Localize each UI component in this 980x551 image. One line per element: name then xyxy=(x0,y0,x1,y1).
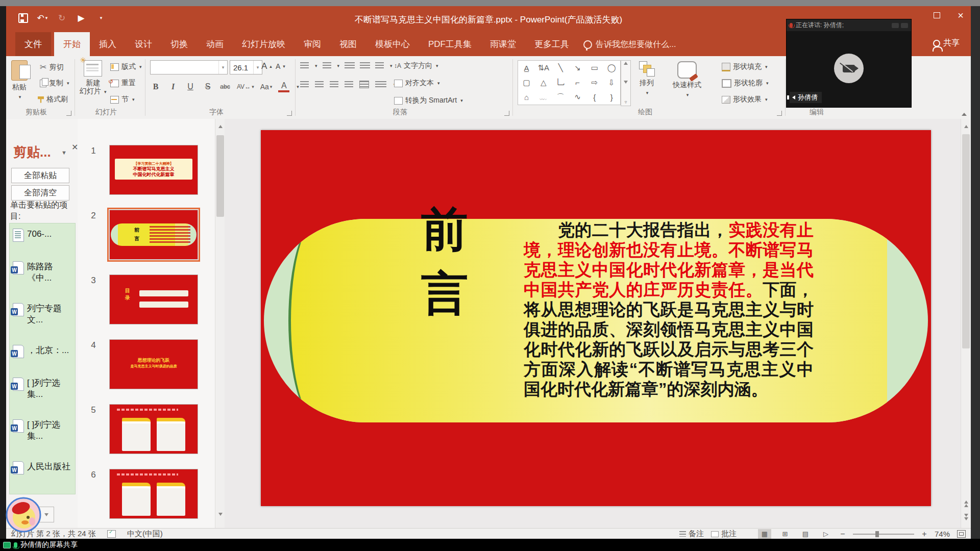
clipboard-item[interactable]: 列宁专题文... xyxy=(10,298,75,340)
text-box-shape-icon[interactable]: A̲ xyxy=(518,61,535,75)
slide-thumbnail-6[interactable] xyxy=(109,469,198,519)
next-slide-button[interactable] xyxy=(962,513,970,521)
character-spacing-button[interactable]: AV↔▾ xyxy=(237,81,254,93)
bold-button[interactable]: B xyxy=(150,81,161,93)
shapes-gallery-scrollbar[interactable]: ▿ xyxy=(621,60,631,106)
arrow-shape-icon[interactable]: ↘ xyxy=(569,61,586,75)
shape-effects-button[interactable]: 形状效果▾ xyxy=(722,95,768,104)
font-dialog-launcher[interactable] xyxy=(287,111,292,116)
drawing-dialog-launcher[interactable] xyxy=(777,111,782,116)
normal-view-button[interactable]: ▦ xyxy=(758,529,771,539)
canvas-scrollbar-thumb[interactable] xyxy=(962,134,970,348)
meeting-video-overlay[interactable]: 正在讲话: 孙倩倩; 孙倩倩 xyxy=(786,19,912,108)
tab-9[interactable]: 模板中心 xyxy=(366,32,419,56)
increase-indent-icon[interactable] xyxy=(360,62,370,69)
font-size-dropdown-icon[interactable]: ▾ xyxy=(253,61,262,74)
shape-outline-button[interactable]: 形状轮廓▾ xyxy=(722,79,769,88)
change-case-button[interactable]: Aa▾ xyxy=(260,81,273,93)
shapes-scroll-down-icon[interactable] xyxy=(624,81,628,84)
undo-dropdown-icon[interactable]: ▾ xyxy=(45,15,48,20)
font-name-dropdown-icon[interactable]: ▾ xyxy=(218,61,227,74)
down-arrow-shape-icon[interactable]: ⇩ xyxy=(603,76,620,90)
new-slide-button[interactable]: 新建 幻灯片 ▾ xyxy=(80,60,106,96)
align-left-icon[interactable] xyxy=(300,81,309,88)
clipboard-item[interactable]: 706-... xyxy=(10,223,75,256)
shape-fill-button[interactable]: 形状填充▾ xyxy=(722,62,768,71)
canvas-scrollbar[interactable] xyxy=(961,119,971,528)
start-slideshow-button[interactable]: ▶ xyxy=(76,12,87,23)
italic-button[interactable]: I xyxy=(167,81,179,93)
left-brace-shape-icon[interactable]: { xyxy=(586,90,603,104)
tab-file[interactable]: 文件 xyxy=(15,32,51,56)
clipboard-item[interactable]: [ ]列宁选集... xyxy=(10,414,75,456)
reset-button[interactable]: 重置 xyxy=(110,79,136,88)
paste-all-button[interactable]: 全部粘贴 xyxy=(11,168,69,183)
align-text-button[interactable]: 对齐文本▾ xyxy=(394,79,440,88)
zoom-level[interactable]: 74% xyxy=(935,530,950,538)
thumbnail-scroll-up-button[interactable] xyxy=(216,122,224,131)
layout-button[interactable]: 版式▾ xyxy=(110,62,142,71)
thumbnail-scroll-down-button[interactable] xyxy=(216,510,224,518)
paste-dropdown-icon[interactable]: ▾ xyxy=(19,93,21,101)
clipboard-item[interactable]: 陈路路《中... xyxy=(10,256,75,298)
thumbnail-scrollbar[interactable] xyxy=(215,119,225,528)
clear-all-button[interactable]: 全部清空 xyxy=(11,185,69,201)
font-size-combobox[interactable]: 26.1 ▾ xyxy=(230,60,262,74)
shapes-more-icon[interactable]: ▿ xyxy=(625,99,627,105)
tab-3[interactable]: 设计 xyxy=(126,32,161,56)
font-name-combobox[interactable]: ▾ xyxy=(150,60,228,74)
oval-shape-icon[interactable]: ◯ xyxy=(603,61,620,75)
elbow-connector-shape-icon[interactable]: 乚 xyxy=(552,76,569,90)
slide-editing-surface[interactable]: 前言 党的二十大报告指出，实践没有止境，理论创新也没有止境。不断谱写马克思主义中… xyxy=(261,130,931,506)
thumbnail-scrollbar-thumb[interactable] xyxy=(216,135,224,217)
tab-12[interactable]: 更多工具 xyxy=(525,32,578,56)
comments-button[interactable]: 批注 xyxy=(711,529,737,539)
redo-button[interactable]: ↻ xyxy=(56,12,67,23)
slide-paragraph[interactable]: 党的二十大报告指出，实践没有止境，理论创新也没有止境。不断谱写马克思主义中国化时… xyxy=(524,220,814,399)
align-center-icon[interactable] xyxy=(315,81,324,88)
rectangle-shape-icon[interactable]: ▭ xyxy=(586,61,603,75)
section-button[interactable]: 节▾ xyxy=(110,95,135,104)
numbering-icon[interactable] xyxy=(323,62,331,69)
tab-7[interactable]: 审阅 xyxy=(295,32,330,56)
share-button[interactable]: 共享 xyxy=(933,38,960,48)
paragraph-dialog-launcher[interactable] xyxy=(504,111,509,116)
bullets-icon[interactable] xyxy=(300,62,309,69)
canvas-scroll-up-button[interactable] xyxy=(962,122,970,131)
fit-slide-to-window-button[interactable] xyxy=(957,530,966,538)
slide-sorter-view-button[interactable]: ⊞ xyxy=(778,529,792,539)
zoom-in-button[interactable]: + xyxy=(921,530,927,539)
vertical-text-box-shape-icon[interactable]: ⇅A xyxy=(535,61,552,75)
tell-me-box[interactable]: 告诉我您想要做什么... xyxy=(578,33,681,56)
clipboard-item[interactable]: 人民出版社 xyxy=(10,456,75,489)
arc-shape-icon[interactable]: ⌒ xyxy=(552,90,569,104)
slide-thumbnail-4[interactable]: 思想理论的飞跃是马克思主义与时俱进的品质 xyxy=(109,339,198,389)
notes-button[interactable]: 备注 xyxy=(679,529,704,539)
tab-10[interactable]: PDF工具集 xyxy=(419,32,481,56)
line-spacing-icon[interactable] xyxy=(375,62,384,69)
collapse-ribbon-button[interactable] xyxy=(962,113,967,116)
cut-button[interactable]: ✂ 剪切 xyxy=(40,62,63,72)
copy-button[interactable]: 复制 ▾ xyxy=(40,79,69,88)
justify-icon[interactable] xyxy=(345,81,353,88)
slide-thumbnail-2[interactable]: 前言 xyxy=(109,210,198,260)
tab-4[interactable]: 切换 xyxy=(161,32,197,56)
slide-vertical-title[interactable]: 前言 xyxy=(409,205,480,319)
underline-button[interactable]: U xyxy=(185,81,196,93)
convert-smartart-button[interactable]: 转换为 SmartArt▾ xyxy=(394,96,463,105)
curve-shape-icon[interactable]: ∿ xyxy=(569,90,586,104)
language-indicator[interactable]: 中文(中国) xyxy=(127,529,163,539)
distribute-icon[interactable] xyxy=(359,81,369,88)
clipboard-item[interactable]: ，北京：... xyxy=(10,340,75,372)
restore-window-button[interactable] xyxy=(934,12,940,18)
right-brace-shape-icon[interactable]: } xyxy=(603,90,620,104)
columns-icon[interactable] xyxy=(375,81,386,88)
decrease-font-button[interactable]: A▾ xyxy=(276,62,285,70)
clipboard-pane-menu-icon[interactable]: ▼ xyxy=(61,149,67,156)
scribble-shape-icon[interactable]: ﹏ xyxy=(535,90,552,104)
slide-thumbnail-3[interactable]: 目录 xyxy=(109,274,198,324)
zoom-slider[interactable] xyxy=(853,534,914,535)
slideshow-view-button[interactable]: ▷ xyxy=(819,529,832,539)
strikethrough-button[interactable]: S xyxy=(202,81,213,93)
paste-button[interactable]: 粘贴 ▾ xyxy=(11,60,28,101)
